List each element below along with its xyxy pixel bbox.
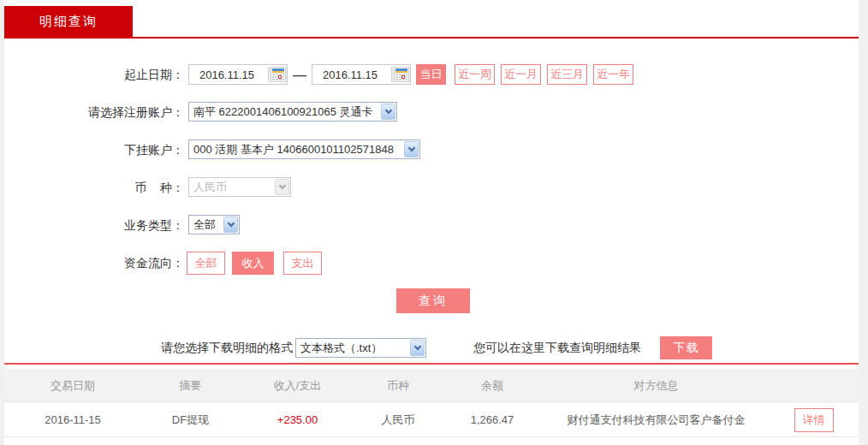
cell-actions: 详情 (769, 408, 859, 432)
calendar-glyph (394, 67, 409, 82)
register-account-value: 南平 6222001406100921065 灵通卡 (193, 105, 373, 118)
header-summary: 摘要 (141, 378, 240, 394)
download-button[interactable]: 下载 (660, 336, 712, 359)
download-format-select[interactable]: 文本格式（.txt） (295, 338, 426, 358)
business-type-select[interactable]: 全部 (188, 215, 240, 234)
sub-account-row: 下挂账户： 000 活期 基本户 1406600101102571848 (4, 139, 859, 162)
header-in-out: 收入/支出 (240, 378, 355, 394)
sub-account-value: 000 活期 基本户 1406600101102571848 (193, 143, 394, 156)
cell-counterparty: 财付通支付科技有限公司客户备付金 (544, 412, 769, 428)
cell-trade-date: 2016-11-15 (4, 413, 141, 426)
download-format-value: 文本格式（.txt） (300, 341, 382, 354)
fund-flow-label: 资金流向： (4, 252, 184, 275)
calendar-glyph (271, 67, 286, 82)
cell-balance: 1,266.47 (441, 413, 544, 426)
business-type-row: 业务类型： 全部 (4, 215, 859, 237)
header-trade-date: 交易日期 (4, 378, 141, 394)
sub-account-label: 下挂账户： (4, 139, 184, 160)
quick-range-button-month[interactable]: 近一月 (501, 64, 541, 85)
business-type-value: 全部 (193, 218, 216, 231)
date-range-row: 起止日期： — 当日 近一周 近一月 近三月 近一年 (4, 64, 859, 86)
query-button[interactable]: 查询 (396, 288, 470, 313)
table-top-divider (4, 363, 859, 365)
page-background: { "tab": { "label": "明细查询" }, "form": { … (0, 0, 868, 445)
chevron-down-icon (410, 340, 425, 356)
register-account-label: 请选择注册账户： (4, 102, 184, 122)
detail-button[interactable]: 详情 (794, 408, 834, 432)
content-panel: 明细查询 起止日期： — 当日 近一周 近一月 近三月 近一年 请选择注册账户：… (4, 0, 859, 445)
end-date-calendar-icon[interactable] (391, 67, 410, 82)
fund-flow-button-expense[interactable]: 支出 (283, 252, 322, 275)
tab-underline-divider (4, 37, 859, 39)
chevron-down-icon (381, 104, 395, 120)
cell-amount: +235.00 (240, 413, 355, 426)
tab-detail-query[interactable]: 明细查询 (4, 6, 133, 37)
date-range-separator: — (293, 65, 306, 86)
header-balance: 余额 (441, 378, 544, 394)
fund-flow-row: 资金流向： 全部 收入 支出 (4, 252, 859, 275)
table-row: 2016-11-15 DF提现 +235.00 人民币 1,266.47 财付通… (4, 403, 859, 437)
download-format-label: 请您选择下载明细的格式 (161, 336, 293, 359)
quick-range-button-week[interactable]: 近一周 (455, 64, 495, 85)
header-currency: 币种 (355, 378, 441, 394)
cell-currency: 人民币 (355, 412, 441, 428)
download-row: 请您选择下载明细的格式 文本格式（.txt） 您可以在这里下载查询明细结果 下载 (4, 336, 859, 359)
chevron-down-icon (223, 217, 238, 233)
register-account-select[interactable]: 南平 6222001406100921065 灵通卡 (188, 102, 397, 122)
header-counterparty: 对方信息 (544, 378, 769, 394)
start-date-calendar-icon[interactable] (268, 67, 287, 82)
currency-label: 币 种： (4, 177, 184, 198)
quick-range-button-today[interactable]: 当日 (416, 64, 446, 85)
quick-range-button-year[interactable]: 近一年 (593, 64, 633, 85)
download-hint-text: 您可以在这里下载查询明细结果 (473, 336, 641, 359)
fund-flow-button-all[interactable]: 全部 (187, 252, 225, 275)
chevron-down-icon (404, 141, 419, 157)
currency-value: 人民币 (193, 181, 227, 193)
currency-select: 人民币 (188, 177, 291, 197)
fund-flow-button-income[interactable]: 收入 (232, 252, 274, 275)
sub-account-select[interactable]: 000 活期 基本户 1406600101102571848 (188, 139, 420, 159)
date-range-label: 起止日期： (4, 64, 184, 85)
chevron-down-icon (275, 179, 289, 195)
cell-summary: DF提现 (141, 412, 240, 428)
quick-range-button-quarter[interactable]: 近三月 (547, 64, 587, 85)
currency-row: 币 种： 人民币 (4, 177, 859, 199)
business-type-label: 业务类型： (4, 215, 184, 235)
register-account-row: 请选择注册账户： 南平 6222001406100921065 灵通卡 (4, 102, 859, 124)
table-header-row: 交易日期 摘要 收入/支出 币种 余额 对方信息 (4, 369, 859, 403)
